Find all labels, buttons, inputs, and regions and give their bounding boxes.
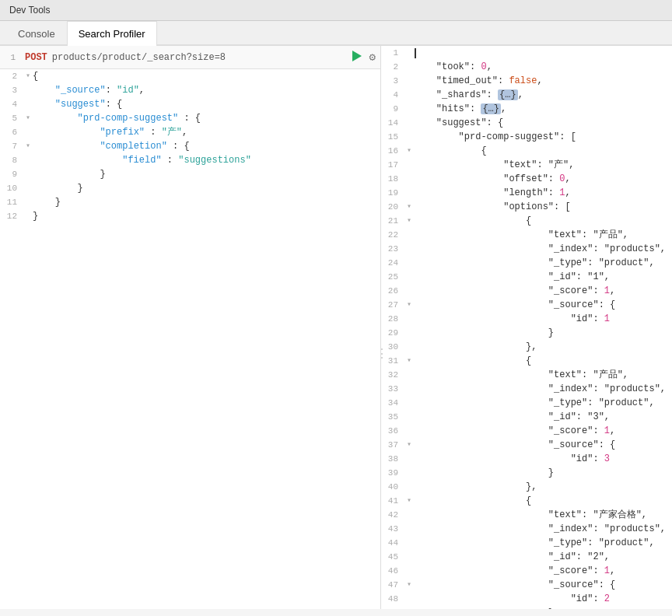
line-number: 48 (381, 592, 404, 606)
line-number: 16 (381, 144, 404, 158)
line-number: 27 (381, 298, 404, 312)
code-content: "timed_out": false, (414, 74, 672, 88)
fold-gutter[interactable]: ▾ (404, 298, 414, 312)
line-number: 28 (381, 312, 404, 326)
tab-console[interactable]: Console (6, 21, 67, 46)
right-line-49: 49 } (381, 606, 672, 609)
right-code-editor[interactable]: 1 2 "took": 0, 3 "timed_out": false, 4 "… (381, 46, 672, 609)
fold-gutter[interactable]: ▾ (23, 69, 33, 83)
line-number: 14 (381, 116, 404, 130)
fold-gutter[interactable]: ▾ (404, 438, 414, 452)
line-number: 40 (381, 480, 404, 494)
right-line-28: 28 "id": 1 (381, 312, 672, 326)
code-content: "_id": "1", (414, 270, 672, 284)
right-line-39: 39 } (381, 466, 672, 480)
code-content: "_index": "products", (414, 382, 672, 396)
collapsed-object[interactable]: {…} (481, 103, 501, 114)
panel-resize-handle[interactable]: ⋮ (379, 99, 383, 609)
fold-gutter[interactable]: ▾ (404, 354, 414, 368)
code-content: "_type": "product", (414, 396, 672, 410)
fold-gutter[interactable]: ▾ (404, 494, 414, 508)
code-content: { (414, 144, 672, 158)
line-number: 22 (381, 228, 404, 242)
line-number: 42 (381, 508, 404, 522)
settings-icon[interactable]: ⚙ (369, 51, 376, 64)
code-content: { (414, 494, 672, 508)
line-number: 21 (381, 214, 404, 228)
code-content: { (414, 354, 672, 368)
right-line-44: 44 "_type": "product", (381, 536, 672, 550)
line-number: 4 (0, 97, 23, 111)
line-number: 32 (381, 368, 404, 382)
right-line-47: 47 ▾ "_source": { (381, 578, 672, 592)
right-line-38: 38 "id": 3 (381, 452, 672, 466)
right-line-46: 46 "_score": 1, (381, 564, 672, 578)
fold-gutter[interactable]: ▾ (23, 111, 33, 125)
right-code-lines: 1 2 "took": 0, 3 "timed_out": false, 4 "… (381, 46, 672, 609)
right-line-1: 1 (381, 46, 672, 60)
code-content: "field" : "suggestions" (33, 153, 380, 167)
code-content: { (414, 214, 672, 228)
line-number: 45 (381, 550, 404, 564)
left-line-12: 12 } (0, 209, 380, 223)
code-content: "suggest": { (33, 97, 380, 111)
right-line-36: 36 "_score": 1, (381, 424, 672, 438)
code-content: "offset": 0, (414, 172, 672, 186)
code-content: "took": 0, (414, 60, 672, 74)
code-content: }, (414, 480, 672, 494)
code-content: "id": 2 (414, 592, 672, 606)
line-number: 3 (381, 74, 404, 88)
right-line-42: 42 "text": "产家合格", (381, 508, 672, 522)
code-content: "_index": "products", (414, 522, 672, 536)
right-line-32: 32 "text": "产品", (381, 368, 672, 382)
right-line-15: 15 "prd-comp-suggest": [ (381, 130, 672, 144)
line-number: 24 (381, 256, 404, 270)
code-content: } (414, 606, 672, 609)
drag-dots: ⋮ (376, 346, 387, 362)
line-number: 43 (381, 522, 404, 536)
fold-gutter[interactable]: ▾ (404, 214, 414, 228)
line-number: 9 (0, 167, 23, 181)
fold-gutter[interactable]: ▾ (23, 139, 33, 153)
code-content: } (33, 209, 380, 223)
left-line-10: 10 } (0, 181, 380, 195)
tab-search-profiler[interactable]: Search Profiler (67, 21, 157, 46)
line-number: 12 (0, 209, 23, 223)
fold-gutter[interactable]: ▾ (404, 578, 414, 592)
code-content: }, (414, 340, 672, 354)
collapsed-object[interactable]: {…} (498, 89, 518, 100)
right-line-33: 33 "_index": "products", (381, 382, 672, 396)
line-number: 1 (381, 46, 404, 60)
code-content: "text": "产家合格", (414, 508, 672, 522)
code-content: "_score": 1, (414, 564, 672, 578)
line-number: 35 (381, 410, 404, 424)
code-content: "_score": 1, (414, 284, 672, 298)
left-code-editor[interactable]: 2 ▾ { 3 "_source": "id", 4 "suggest": { … (0, 69, 380, 609)
right-line-14: 14 "suggest": { (381, 116, 672, 130)
right-line-26: 26 "_score": 1, (381, 284, 672, 298)
right-line-48: 48 "id": 2 (381, 592, 672, 606)
line-number: 5 (0, 111, 23, 125)
right-line-35: 35 "_id": "3", (381, 410, 672, 424)
code-content: } (33, 181, 380, 195)
title-text: Dev Tools (9, 5, 50, 16)
code-content: "id": 1 (414, 312, 672, 326)
left-line-3: 3 "_source": "id", (0, 83, 380, 97)
fold-gutter[interactable]: ▾ (404, 144, 414, 158)
code-content: "_score": 1, (414, 424, 672, 438)
run-button[interactable] (349, 49, 365, 65)
right-line-2: 2 "took": 0, (381, 60, 672, 74)
left-line-6: 6 "prefix" : "产", (0, 125, 380, 139)
code-content: "text": "产品", (414, 228, 672, 242)
line-number: 44 (381, 536, 404, 550)
code-content: "prefix" : "产", (33, 125, 380, 139)
right-line-9: 9 "hits": {…}, (381, 102, 672, 116)
right-line-16: 16 ▾ { (381, 144, 672, 158)
fold-gutter[interactable]: ▾ (404, 200, 414, 214)
code-content: "options": [ (414, 200, 672, 214)
line-number: 26 (381, 284, 404, 298)
line-number: 17 (381, 158, 404, 172)
right-line-41: 41 ▾ { (381, 494, 672, 508)
line-number: 15 (381, 130, 404, 144)
code-content: "_source": { (414, 578, 672, 592)
